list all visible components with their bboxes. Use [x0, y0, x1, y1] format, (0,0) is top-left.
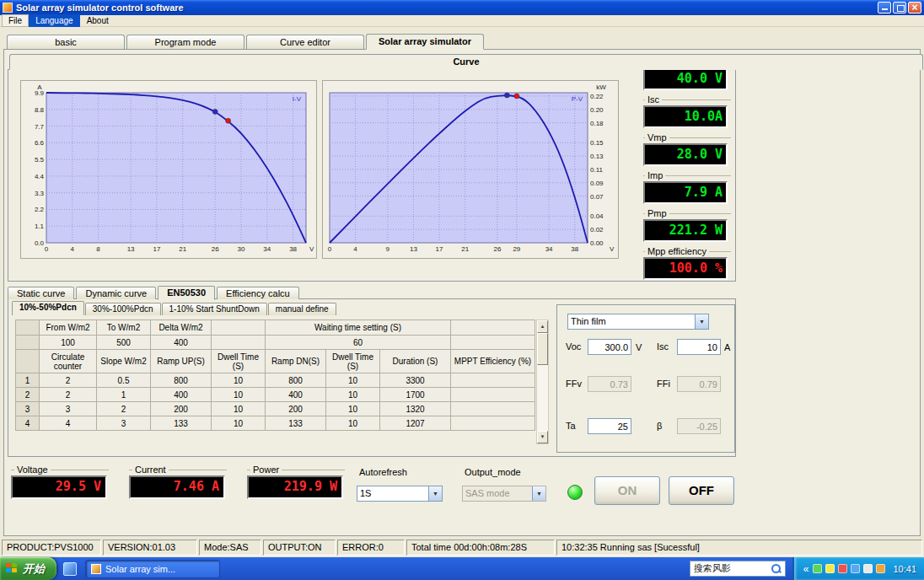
table-cell[interactable]: 1207 — [380, 416, 451, 431]
quick-launch-icon[interactable] — [63, 562, 77, 576]
col-header: Dwell Time (S) — [326, 350, 380, 373]
tab-curve-editor[interactable]: Curve editor — [246, 35, 364, 49]
table-cell[interactable] — [451, 402, 535, 416]
tab-basic[interactable]: basic — [7, 35, 125, 49]
off-button[interactable]: OFF — [669, 476, 734, 505]
table-cell[interactable]: 3 — [40, 402, 97, 416]
dropdown-arrow-icon[interactable] — [695, 314, 708, 329]
table-cell[interactable]: 100 — [40, 336, 97, 350]
svg-text:0.00: 0.00 — [590, 239, 604, 247]
row-index-cell[interactable]: 3 — [16, 402, 40, 416]
table-cell[interactable]: 10 — [326, 402, 380, 416]
scrollbar-thumb[interactable] — [537, 333, 548, 365]
tab-30-100-pdcn[interactable]: 30%-100%Pdcn — [85, 303, 161, 315]
table-cell[interactable]: 2 — [97, 402, 151, 416]
tab-curve[interactable]: Curve — [9, 54, 923, 70]
close-icon[interactable] — [908, 2, 921, 13]
search-input[interactable]: 搜索风影 — [694, 562, 768, 575]
tray-chevron-icon[interactable] — [803, 564, 809, 574]
svg-text:30: 30 — [238, 245, 245, 253]
table-cell[interactable] — [451, 373, 535, 388]
svg-text:2.2: 2.2 — [35, 206, 45, 213]
search-icon[interactable] — [771, 563, 782, 574]
table-cell[interactable]: 200 — [266, 402, 326, 416]
ta-param-input[interactable] — [588, 418, 631, 434]
tab-efficiency-calcu[interactable]: Efficiency calcu — [217, 287, 299, 299]
start-button[interactable]: 开始 — [0, 557, 56, 580]
table-cell[interactable]: 2 — [40, 373, 97, 388]
svg-text:4: 4 — [353, 245, 357, 253]
tab-en50530[interactable]: EN50530 — [158, 286, 215, 300]
menu-language[interactable]: Language — [29, 14, 80, 27]
tab-dynamic-curve[interactable]: Dynamic curve — [76, 287, 156, 299]
voc-param-input[interactable] — [588, 339, 631, 355]
table-cell[interactable] — [451, 336, 535, 350]
table-cell[interactable]: 0.5 — [97, 373, 151, 388]
table-cell[interactable]: 3300 — [380, 373, 451, 388]
tab-solar-array-simulator[interactable]: Solar array simulator — [366, 34, 484, 50]
table-cell[interactable]: 60 — [266, 336, 451, 350]
table-row[interactable]: 33220010200101320 — [16, 402, 535, 416]
taskbar-task-button[interactable]: Solar array sim... — [85, 560, 220, 578]
table-scrollbar[interactable] — [536, 320, 549, 444]
table-cell[interactable]: 400 — [266, 388, 326, 402]
maximize-icon[interactable] — [893, 2, 906, 13]
tray-icon[interactable] — [851, 564, 860, 573]
table-cell[interactable]: 10 — [212, 402, 266, 416]
tray-icon[interactable] — [863, 564, 873, 573]
svg-text:kW: kW — [596, 83, 606, 91]
table-cell[interactable]: 500 — [97, 336, 151, 350]
scroll-up-icon[interactable] — [537, 320, 548, 333]
table-cell[interactable]: 1700 — [380, 388, 451, 402]
table-cell[interactable] — [212, 336, 266, 350]
table-cell[interactable]: 400 — [151, 388, 212, 402]
table-cell[interactable]: 400 — [151, 336, 212, 350]
menu-about[interactable]: About — [80, 14, 116, 27]
curve-panel: 048131721263034389.98.87.76.65.54.43.32.… — [8, 69, 736, 282]
table-row[interactable]: 120.580010800103300 — [16, 373, 535, 388]
scroll-down-icon[interactable] — [537, 431, 548, 443]
dropdown-arrow-icon[interactable] — [428, 486, 442, 501]
table-cell[interactable]: 1 — [97, 388, 151, 402]
table-row[interactable]: 44313310133101207 — [16, 416, 535, 431]
tray-icon[interactable] — [813, 564, 822, 573]
isc-param-input[interactable] — [677, 339, 721, 355]
tray-icon[interactable] — [825, 564, 835, 573]
tab-10-50-pdcn[interactable]: 10%-50%Pdcn — [12, 301, 84, 315]
table-cell[interactable]: 10 — [326, 416, 380, 431]
autorefresh-select[interactable]: 1S — [357, 486, 443, 502]
tab-1-10-start-shuntdown[interactable]: 1-10% Start ShuntDown — [162, 303, 267, 315]
row-index-cell[interactable]: 2 — [16, 388, 40, 402]
table-cell[interactable]: 10 — [212, 373, 266, 388]
table-cell[interactable]: 10 — [326, 388, 380, 402]
taskbar-search[interactable]: 搜索风影 — [690, 561, 786, 577]
minimize-icon[interactable] — [878, 2, 891, 13]
table-row: 10050040060 — [16, 336, 535, 350]
table-cell[interactable]: 10 — [326, 373, 380, 388]
table-cell[interactable]: 800 — [266, 373, 326, 388]
table-row[interactable]: 22140010400101700 — [16, 388, 535, 402]
table-cell[interactable]: 10 — [212, 416, 266, 431]
table-cell[interactable]: 200 — [151, 402, 212, 416]
table-cell[interactable]: 3 — [97, 416, 151, 431]
tab-static-curve[interactable]: Static curve — [8, 287, 74, 299]
table-cell[interactable]: 800 — [151, 373, 212, 388]
film-type-select[interactable]: Thin film — [567, 314, 709, 330]
row-index-cell[interactable]: 1 — [16, 373, 40, 388]
menu-file[interactable]: File — [2, 14, 29, 27]
table-cell[interactable]: 133 — [151, 416, 212, 431]
on-button[interactable]: ON — [594, 476, 660, 505]
table-cell[interactable]: 1320 — [380, 402, 451, 416]
table-cell[interactable]: 10 — [212, 388, 266, 402]
tab-program-mode[interactable]: Program mode — [126, 35, 244, 49]
table-cell[interactable] — [451, 416, 535, 431]
row-index-cell[interactable]: 4 — [16, 416, 40, 431]
tab-manual-define[interactable]: manual define — [268, 303, 336, 315]
table-cell[interactable] — [451, 388, 535, 402]
output-status-led — [567, 485, 583, 500]
tray-icon[interactable] — [876, 564, 885, 573]
table-cell[interactable]: 4 — [40, 416, 97, 431]
table-cell[interactable]: 2 — [40, 388, 97, 402]
tray-icon[interactable] — [838, 564, 847, 573]
table-cell[interactable]: 133 — [266, 416, 326, 431]
